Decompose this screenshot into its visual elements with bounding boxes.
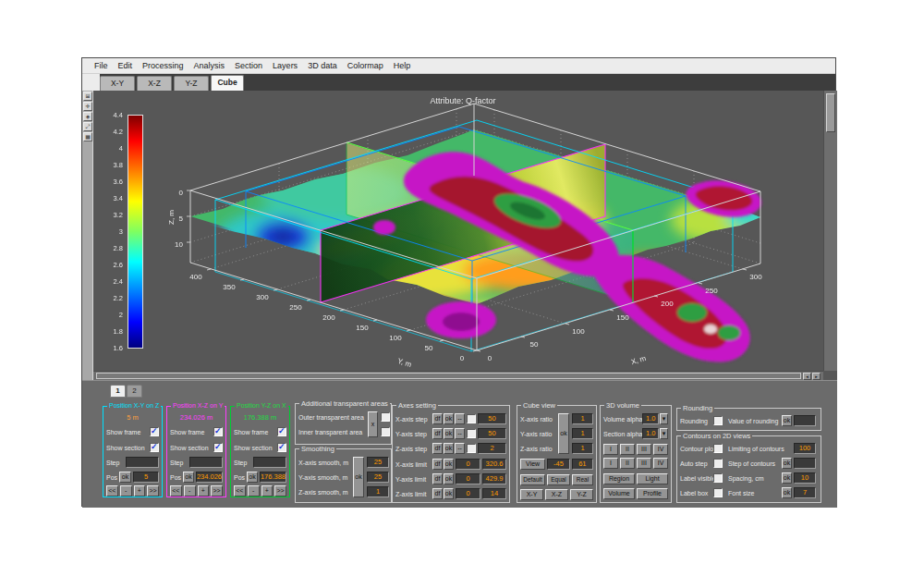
menu-layers[interactable]: Layers bbox=[273, 61, 298, 70]
z-step-df-button[interactable]: df bbox=[432, 443, 443, 454]
y-limit-ok-button[interactable]: ok bbox=[444, 473, 454, 484]
tab-x-z[interactable]: X-Z bbox=[137, 76, 172, 91]
smoothing-ok-button[interactable]: ok bbox=[353, 457, 364, 497]
rounding-checkbox[interactable] bbox=[713, 416, 723, 425]
y-step-dash-button[interactable]: -- bbox=[455, 428, 465, 439]
step-last-button[interactable]: >> bbox=[211, 485, 223, 497]
volume-i-button[interactable]: I bbox=[603, 444, 618, 455]
volume-iii-button[interactable]: III bbox=[637, 444, 651, 455]
y-smooth-field[interactable]: 25 bbox=[367, 472, 389, 483]
pos-field[interactable]: 234.026 bbox=[196, 472, 223, 483]
step-first-button[interactable]: << bbox=[106, 485, 118, 497]
scroll-left-button[interactable]: ◂ bbox=[803, 373, 811, 380]
volume-iii2-button[interactable]: III bbox=[637, 458, 651, 469]
step-field[interactable] bbox=[253, 457, 286, 468]
y-step-checkbox[interactable] bbox=[467, 429, 476, 438]
outer-transparent-checkbox[interactable] bbox=[381, 412, 390, 422]
view-xy-button[interactable]: X-Y bbox=[520, 489, 543, 500]
volume-alpha-field[interactable]: 1.0 bbox=[642, 413, 659, 424]
z-step-dash-button[interactable]: -- bbox=[455, 443, 465, 454]
y-step-ok-button[interactable]: ok bbox=[444, 428, 454, 439]
label-visible-checkbox[interactable] bbox=[713, 473, 723, 483]
default-view-button[interactable]: Default bbox=[520, 474, 545, 485]
region-button[interactable]: Region bbox=[603, 473, 635, 484]
step-plus-button[interactable]: + bbox=[134, 485, 146, 497]
pos-field[interactable]: 5 bbox=[133, 472, 159, 483]
cube-3d-view[interactable]: Attribute: Q-factor 400 350 300 250 200 … bbox=[93, 91, 823, 371]
volume-alpha-dropdown[interactable]: ▾ bbox=[660, 413, 668, 424]
x-limit-ok-button[interactable]: ok bbox=[444, 459, 454, 470]
step-field[interactable] bbox=[189, 457, 223, 468]
show-frame-checkbox[interactable] bbox=[213, 427, 223, 436]
step-last-button[interactable]: >> bbox=[147, 485, 159, 497]
y-limit-df-button[interactable]: df bbox=[432, 473, 443, 484]
inner-transparent-checkbox[interactable] bbox=[381, 427, 390, 436]
step-of-contours-field[interactable] bbox=[794, 458, 816, 469]
panel-page-tab-1[interactable]: 1 bbox=[110, 385, 126, 398]
menu-3d-data[interactable]: 3D data bbox=[308, 61, 337, 70]
menu-file[interactable]: File bbox=[94, 61, 108, 70]
step-minus-button[interactable]: - bbox=[248, 485, 260, 497]
volume-iv-button[interactable]: IV bbox=[653, 444, 668, 455]
font-size-field[interactable]: 7 bbox=[794, 487, 816, 498]
x-step-checkbox[interactable] bbox=[467, 414, 476, 423]
azimuth-field[interactable]: -45 bbox=[547, 459, 569, 470]
z-limit-min-field[interactable]: 0 bbox=[456, 488, 480, 499]
z-limit-max-field[interactable]: 14 bbox=[482, 488, 506, 499]
light-button[interactable]: Light bbox=[637, 473, 668, 484]
section-alpha-field[interactable]: 1.0 bbox=[642, 428, 659, 439]
menu-colormap[interactable]: Colormap bbox=[347, 61, 383, 70]
ratio-ok-button[interactable]: ok bbox=[558, 413, 569, 454]
z-limit-ok-button[interactable]: ok bbox=[444, 488, 454, 499]
step-plus-button[interactable]: + bbox=[198, 485, 210, 497]
z-step-field[interactable]: 2 bbox=[478, 443, 506, 454]
x-smooth-field[interactable]: 25 bbox=[367, 457, 389, 468]
volume-button[interactable]: Volume bbox=[603, 488, 635, 499]
show-frame-checkbox[interactable] bbox=[277, 427, 286, 436]
x-limit-df-button[interactable]: df bbox=[432, 459, 443, 470]
menu-edit[interactable]: Edit bbox=[118, 61, 133, 70]
show-frame-checkbox[interactable] bbox=[150, 427, 159, 436]
z-ratio-field[interactable]: 1 bbox=[572, 443, 593, 454]
x-step-df-button[interactable]: df bbox=[432, 413, 443, 424]
show-section-checkbox[interactable] bbox=[150, 443, 159, 452]
pos-ok-button[interactable]: ok bbox=[247, 472, 258, 483]
horizontal-scrollbar[interactable]: ◂ ▸ bbox=[93, 371, 823, 380]
real-view-button[interactable]: Real bbox=[572, 474, 593, 485]
menu-analysis[interactable]: Analysis bbox=[194, 61, 225, 70]
x-step-ok-button[interactable]: ok bbox=[444, 413, 454, 424]
y-limit-max-field[interactable]: 429.9 bbox=[482, 473, 506, 484]
x-step-field[interactable]: 50 bbox=[478, 413, 506, 424]
label-box-checkbox[interactable] bbox=[713, 488, 723, 497]
auto-step-checkbox[interactable] bbox=[713, 459, 723, 468]
toolbar-button-3[interactable]: ◈ bbox=[83, 112, 92, 121]
step-minus-button[interactable]: - bbox=[120, 485, 132, 497]
step-plus-button[interactable]: + bbox=[261, 485, 274, 497]
y-step-field[interactable]: 50 bbox=[478, 428, 506, 439]
contour-plot-checkbox[interactable] bbox=[713, 444, 723, 453]
pos-ok-button[interactable]: ok bbox=[119, 472, 131, 483]
toolbar-button-5[interactable]: ▦ bbox=[83, 132, 92, 141]
vertical-scrollbar-thumb[interactable] bbox=[826, 93, 835, 132]
x-ratio-field[interactable]: 1 bbox=[572, 413, 593, 424]
menu-section[interactable]: Section bbox=[235, 61, 262, 70]
x-limit-max-field[interactable]: 320.6 bbox=[482, 459, 506, 470]
transparent-apply-button[interactable]: x bbox=[368, 411, 378, 437]
view-button[interactable]: View bbox=[520, 459, 545, 470]
tab-y-z[interactable]: Y-Z bbox=[174, 76, 209, 91]
volume-iv2-button[interactable]: IV bbox=[653, 458, 668, 469]
pos-field[interactable]: 176.388 bbox=[260, 472, 286, 483]
rounding-ok-button[interactable]: ok bbox=[782, 415, 792, 426]
step-minus-button[interactable]: - bbox=[184, 485, 196, 497]
elevation-field[interactable]: 61 bbox=[572, 459, 593, 470]
volume-ii-button[interactable]: II bbox=[620, 444, 635, 455]
z-limit-df-button[interactable]: df bbox=[432, 488, 443, 499]
menu-processing[interactable]: Processing bbox=[142, 61, 184, 70]
view-xz-button[interactable]: X-Z bbox=[545, 489, 568, 500]
volume-i2-button[interactable]: I bbox=[603, 458, 618, 469]
menu-help[interactable]: Help bbox=[394, 61, 411, 70]
vertical-scrollbar[interactable] bbox=[823, 91, 837, 371]
tab-x-y[interactable]: X-Y bbox=[100, 76, 135, 91]
step-of-contours-ok-button[interactable]: ok bbox=[782, 458, 792, 469]
show-section-checkbox[interactable] bbox=[213, 443, 223, 452]
